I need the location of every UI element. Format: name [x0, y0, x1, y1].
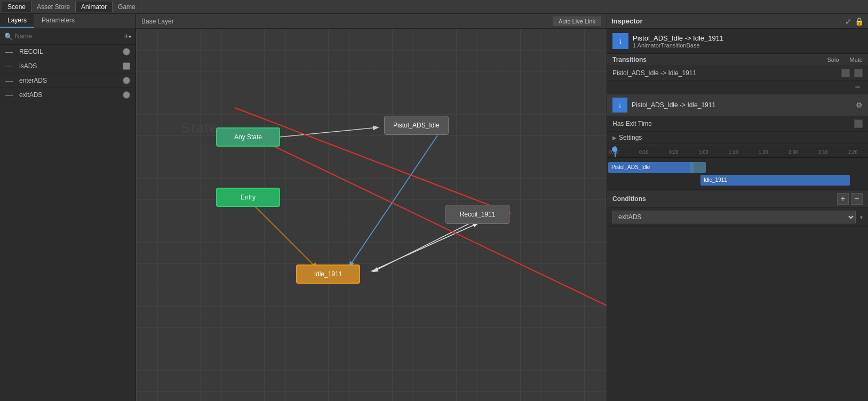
section-cols: Solo Mute — [827, 57, 863, 63]
param-name-enterads: enterADS — [19, 77, 118, 84]
tick-3: 1:00 — [699, 149, 729, 155]
conditions-section: Conditions + − exitADS ▾ — [607, 190, 868, 227]
track-row-1: Pistol_ADS_Idle — [607, 160, 868, 174]
transition-list-row[interactable]: Pistol_ADS_Idle -> Idle_1911 — [607, 66, 868, 81]
transition-detail-icon: ↓ — [612, 98, 627, 113]
tab-asset-store[interactable]: Asset Store — [31, 2, 76, 12]
param-name-isads: isADS — [19, 62, 118, 70]
bar-pistol-ads-idle: Pistol_ADS_Idle — [608, 162, 694, 173]
auto-live-link-button[interactable]: Auto Live Link — [553, 17, 601, 26]
param-item-enterads[interactable]: — enterADS — [0, 74, 136, 88]
add-condition-button[interactable]: + — [837, 193, 849, 205]
node-entry-label: Entry — [241, 194, 256, 201]
animator-canvas[interactable]: State — [136, 29, 607, 401]
tab-layers-label: Layers — [7, 17, 27, 24]
bottom-spacer — [607, 227, 868, 401]
center-header: Base Layer Auto Live Link — [136, 14, 607, 29]
tick-2: 0:20 — [669, 149, 699, 155]
gear-button[interactable]: ⚙ — [856, 101, 863, 109]
settings-label: Settings — [619, 134, 642, 141]
tab-animator[interactable]: Animator — [76, 2, 113, 12]
tick-1: 0:10 — [639, 149, 669, 155]
solo-checkbox[interactable] — [841, 69, 850, 77]
state-watermark: State — [181, 119, 217, 137]
transitions-section-title: Transitions — [612, 56, 647, 63]
tick-6: 2:00 — [789, 149, 818, 155]
param-item-recoil[interactable]: — RECOIL — [0, 45, 136, 59]
param-type-square — [123, 62, 130, 70]
param-type-circle — [123, 91, 130, 99]
timeline-section: 0:00 0:10 0:20 1:00 1:10 1:20 2:00 2:10 … — [607, 144, 868, 190]
svg-line-9 — [373, 221, 475, 271]
tab-parameters-label: Parameters — [42, 17, 75, 24]
remove-transition-button[interactable]: − — [853, 82, 863, 93]
node-recoil-1911-label: Recoil_1911 — [460, 211, 496, 218]
center-panel: Base Layer Auto Live Link State — [136, 14, 607, 401]
add-param-button[interactable]: + ▾ — [124, 31, 131, 41]
param-list: — RECOIL — isADS — enterADS — exitADS — [0, 45, 136, 401]
node-any-state-label: Any State — [234, 133, 262, 141]
detail-arrow-icon: ↓ — [618, 101, 622, 109]
tick-7: 2:10 — [818, 149, 848, 155]
tab-asset-store-label: Asset Store — [37, 3, 70, 11]
transitions-section-header: Transitions Solo Mute — [607, 54, 868, 66]
settings-arrow-icon: ▶ — [612, 135, 617, 141]
node-pistol-ads-idle[interactable]: Pistol_ADS_Idle — [384, 116, 449, 135]
transition-icon: ↓ — [612, 33, 628, 49]
bar2-label: Idle_1911 — [704, 177, 727, 183]
svg-line-5 — [279, 127, 378, 137]
svg-line-7 — [349, 135, 437, 266]
left-panel-tabs: Layers Parameters — [0, 14, 136, 28]
tab-game[interactable]: Game — [113, 2, 141, 12]
transition-arrow-icon: ↓ — [618, 36, 623, 46]
solo-label: Solo — [827, 57, 839, 63]
conditions-title: Conditions — [612, 195, 646, 203]
node-any-state[interactable]: Any State — [216, 127, 280, 147]
breadcrumb: Base Layer — [141, 18, 174, 25]
param-item-isads[interactable]: — isADS — [0, 59, 136, 74]
settings-row[interactable]: ▶ Settings — [607, 132, 868, 144]
condition-select-0[interactable]: exitADS — [612, 211, 856, 223]
tick-8: 2:20 — [848, 149, 868, 155]
svg-line-11 — [235, 127, 607, 341]
has-exit-checkbox[interactable] — [854, 119, 863, 128]
tab-layers[interactable]: Layers — [0, 14, 34, 28]
plus-icon: + — [124, 31, 129, 41]
param-dash-icon: — — [5, 47, 13, 56]
dropdown-arrow-icon: ▾ — [129, 34, 131, 39]
condition-row-0[interactable]: exitADS ▾ — [607, 208, 868, 227]
tab-scene-label: Scene — [7, 3, 26, 11]
has-exit-row: Has Exit Time — [607, 116, 868, 132]
svg-line-8 — [371, 223, 477, 271]
param-type-circle — [123, 48, 130, 55]
remove-condition-button[interactable]: − — [851, 193, 863, 205]
condition-dropdown-icon: ▾ — [860, 214, 863, 220]
top-tab-bar: Scene Asset Store Animator Game — [0, 0, 868, 14]
search-input[interactable] — [15, 33, 122, 40]
mute-label: Mute — [850, 57, 863, 63]
search-icon: 🔍 — [4, 33, 13, 41]
main-layout: Layers Parameters 🔍 + ▾ — RECOIL — — [0, 14, 868, 401]
param-dash-icon: — — [5, 76, 13, 85]
transition-info: ↓ Pistol_ADS_Idle -> Idle_1911 1 Animato… — [607, 29, 868, 54]
bar1-label: Pistol_ADS_Idle — [611, 164, 650, 170]
tab-parameters[interactable]: Parameters — [34, 14, 82, 28]
transition-name: Pistol_ADS_Idle -> Idle_1911 — [633, 34, 723, 42]
mute-checkbox[interactable] — [854, 69, 863, 77]
inspector-popout-button[interactable]: ⤢ — [845, 17, 851, 26]
node-pistol-ads-idle-label: Pistol_ADS_Idle — [393, 122, 440, 129]
node-idle-1911[interactable]: Idle_1911 — [296, 264, 360, 284]
inspector-icons: ⤢ 🔒 — [845, 17, 864, 26]
tab-scene[interactable]: Scene — [2, 2, 31, 12]
param-item-exitads[interactable]: — exitADS — [0, 88, 136, 102]
right-panel: Inspector ⤢ 🔒 ↓ Pistol_ADS_Idle -> Idle_… — [607, 14, 868, 401]
bar-transition-overlap — [690, 162, 706, 173]
inspector-lock-button[interactable]: 🔒 — [855, 17, 864, 26]
transition-row-label: Pistol_ADS_Idle -> Idle_1911 — [612, 69, 841, 77]
node-recoil-1911[interactable]: Recoil_1911 — [445, 205, 509, 224]
node-entry[interactable]: Entry — [216, 188, 280, 207]
timeline-cursor — [615, 146, 616, 157]
timeline-ruler-ticks: 0:00 0:10 0:20 1:00 1:10 1:20 2:00 2:10 … — [609, 149, 868, 155]
inspector-header: Inspector ⤢ 🔒 — [607, 14, 868, 29]
left-panel: Layers Parameters 🔍 + ▾ — RECOIL — — [0, 14, 136, 401]
